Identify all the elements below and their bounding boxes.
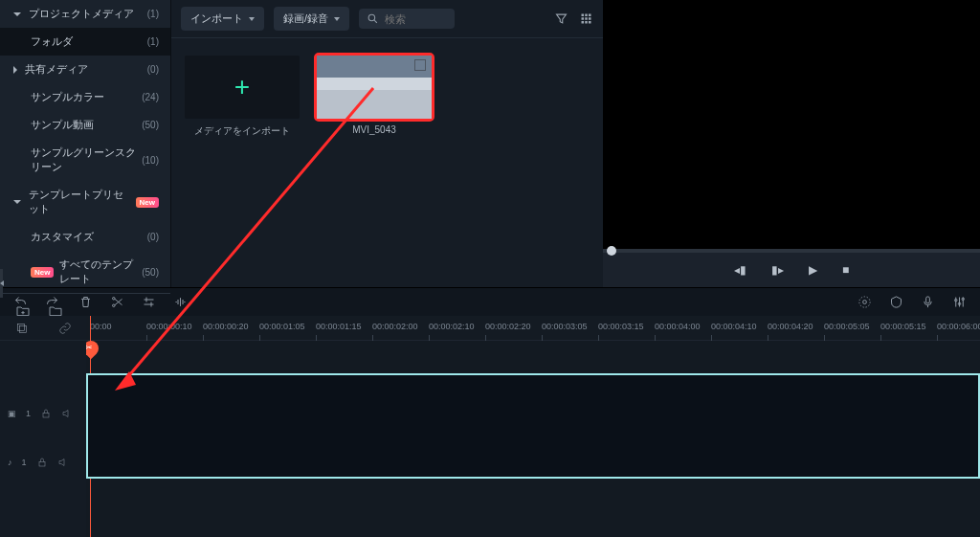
sidebar-item-all-templates[interactable]: Newすべてのテンプレート (50) (0, 251, 170, 293)
track-number: 1 (22, 458, 27, 467)
svg-rect-19 (19, 325, 26, 332)
media-clip[interactable]: MVI_5043 (317, 56, 432, 138)
plus-icon: + (234, 72, 250, 102)
sidebar-count: (50) (142, 267, 159, 278)
auto-reframe-icon[interactable] (858, 295, 872, 309)
grid-view-icon[interactable] (578, 11, 593, 27)
sidebar-item-label: プロジェクトメディア (29, 7, 134, 21)
sidebar-item-label: サンプル動画 (31, 118, 94, 132)
ruler-tick: 00:00:05:15 (880, 322, 926, 331)
sidebar-count: (24) (142, 92, 159, 102)
preview-canvas[interactable] (603, 0, 980, 249)
svg-rect-5 (585, 17, 588, 20)
sidebar-item-sample-color[interactable]: サンプルカラー (24) (0, 83, 170, 111)
sidebar-item-project-media[interactable]: プロジェクトメディア (1) (0, 0, 170, 28)
caret-down-icon (13, 12, 21, 16)
sidebar-item-template-preset[interactable]: テンプレートプリセットNew (0, 181, 170, 223)
svg-rect-9 (589, 21, 591, 24)
delete-icon[interactable] (78, 295, 93, 309)
media-grid: + メディアをインポート MVI_5043 (171, 38, 603, 155)
sidebar-item-customize[interactable]: カスタマイズ (0) (0, 223, 170, 251)
search-input[interactable] (385, 13, 442, 25)
lock-icon[interactable] (36, 457, 48, 468)
thumb-label: MVI_5043 (352, 124, 396, 135)
audio-track-header[interactable]: ♪1 (0, 448, 86, 477)
sidebar-item-sample-video[interactable]: サンプル動画 (50) (0, 111, 170, 139)
stop-button[interactable]: ■ (842, 263, 849, 277)
filter-icon[interactable] (553, 11, 568, 27)
sidebar-item-label: サンプルグリーンスクリーン (31, 145, 142, 174)
video-track-dropzone[interactable] (86, 373, 980, 479)
audio-wave-icon[interactable] (173, 295, 188, 309)
svg-rect-4 (581, 17, 584, 20)
media-panel: インポート 録画/録音 + メディアをインポート MVI_5043 (170, 0, 603, 287)
speaker-icon[interactable] (57, 457, 69, 468)
svg-rect-6 (589, 17, 591, 20)
sidebar-item-label: サンプルカラー (31, 90, 104, 104)
chevron-down-icon (249, 17, 255, 21)
import-media-tile[interactable]: + メディアをインポート (185, 56, 300, 138)
ruler-tick: 00:00:05:05 (824, 322, 870, 331)
timeline-tracks-area[interactable]: 00:0000:00:00:1000:00:00:2000:00:01:0500… (86, 316, 980, 537)
prev-frame-button[interactable]: ◂▮ (734, 263, 746, 277)
ruler-tick: 00:00:04:00 (655, 322, 701, 331)
marker-icon[interactable] (889, 295, 903, 309)
split-icon[interactable] (110, 295, 124, 309)
sidebar-item-label: すべてのテンプレート (59, 257, 142, 286)
preview-controls: ◂▮ ▮▸ ▶ ■ (603, 249, 980, 287)
ruler-tick: 00:00:00:10 (146, 322, 192, 331)
svg-rect-20 (43, 414, 49, 418)
media-toolbar: インポート 録画/録音 (171, 0, 603, 38)
search-box[interactable] (359, 9, 455, 29)
adjust-icon[interactable] (142, 295, 156, 309)
sidebar-count: (1) (147, 9, 159, 19)
sidebar-count: (0) (147, 232, 159, 242)
sidebar-item-label: テンプレートプリセット (29, 188, 130, 216)
overlay-mode-icon[interactable] (15, 322, 29, 335)
ruler-tick: 00:00:04:20 (768, 322, 813, 331)
svg-point-11 (113, 304, 116, 307)
search-icon (367, 12, 379, 25)
sidebar-count: (10) (142, 155, 159, 166)
sidebar-item-shared-media[interactable]: 共有メディア (0) (0, 56, 170, 83)
speaker-icon[interactable] (61, 408, 73, 419)
scrubber-handle[interactable] (607, 246, 616, 256)
voiceover-icon[interactable] (921, 295, 935, 309)
svg-point-0 (368, 14, 375, 21)
mixer-icon[interactable] (952, 295, 967, 309)
clip-thumbnail (317, 56, 432, 119)
ruler-tick: 00:00:03:05 (542, 322, 588, 331)
svg-rect-7 (581, 21, 584, 24)
link-icon[interactable] (58, 322, 72, 335)
audio-track[interactable] (86, 507, 980, 536)
play-button[interactable]: ▶ (809, 263, 817, 277)
sidebar-count: (1) (147, 36, 159, 47)
import-dropdown[interactable]: インポート (181, 7, 264, 31)
svg-point-13 (859, 297, 870, 307)
new-badge: New (31, 267, 54, 278)
ruler-tick: 00:00:04:10 (711, 322, 757, 331)
redo-icon[interactable] (45, 295, 59, 309)
keyframe-row[interactable] (86, 341, 980, 371)
step-back-button[interactable]: ▮▸ (771, 263, 784, 277)
sidebar-item-sample-greenscreen[interactable]: サンプルグリーンスクリーン (10) (0, 139, 170, 181)
undo-icon[interactable] (13, 295, 28, 309)
ruler-tick: 00:00:00:20 (203, 322, 249, 331)
svg-rect-18 (17, 324, 24, 330)
timeline: ▣1 ♪1 00:0000:00:00:1000:00:00:2000:00:0… (0, 316, 980, 537)
preview-panel: ◂▮ ▮▸ ▶ ■ (603, 0, 980, 287)
caret-down-icon (13, 200, 21, 204)
record-label: 録画/録音 (283, 11, 328, 26)
svg-rect-21 (39, 462, 45, 467)
ruler-tick: 00:00:03:15 (598, 322, 644, 331)
sidebar-item-folder[interactable]: フォルダ (1) (0, 28, 170, 56)
video-track-header[interactable]: ▣1 (0, 379, 86, 448)
timeline-ruler[interactable]: 00:0000:00:00:1000:00:00:2000:00:01:0500… (86, 316, 980, 341)
preview-scrubber[interactable] (603, 249, 980, 253)
lock-icon[interactable] (40, 408, 52, 419)
record-dropdown[interactable]: 録画/録音 (274, 7, 349, 31)
panel-collapse-handle[interactable] (0, 269, 3, 298)
import-label: インポート (190, 11, 243, 26)
svg-rect-8 (585, 21, 588, 24)
ruler-tick: 00:00:02:20 (485, 322, 531, 331)
